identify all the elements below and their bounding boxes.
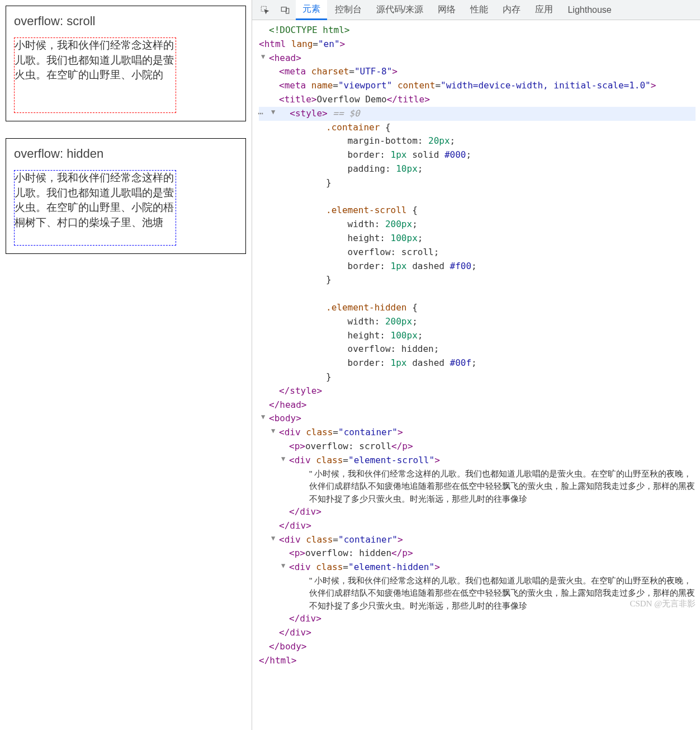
element-scroll-box[interactable]: 小时候，我和伙伴们经常念这样的儿歌。我们也都知道儿歌唱的是萤火虫。在空旷的山野里… bbox=[14, 37, 176, 113]
hidden-label: overflow: hidden bbox=[14, 147, 238, 161]
expand-arrow-icon[interactable]: ▼ bbox=[261, 51, 265, 62]
tab-network[interactable]: 网络 bbox=[431, 1, 462, 19]
expand-arrow-icon[interactable]: ▼ bbox=[271, 533, 275, 544]
devtools-panel: 元素 控制台 源代码/来源 网络 性能 内存 应用 Lighthouse <!D… bbox=[252, 0, 700, 730]
dom-scrolldiv-open[interactable]: ▼<div class="element-scroll"> bbox=[259, 454, 696, 468]
dom-body-close[interactable]: </body> bbox=[259, 640, 696, 654]
tab-memory[interactable]: 内存 bbox=[496, 1, 527, 19]
tab-lighthouse[interactable]: Lighthouse bbox=[561, 2, 618, 18]
dom-scrolldiv-close[interactable]: </div> bbox=[259, 505, 696, 519]
dom-html-close[interactable]: </html> bbox=[259, 654, 696, 668]
rendered-preview: overflow: scroll 小时候，我和伙伴们经常念这样的儿歌。我们也都知… bbox=[0, 0, 252, 730]
css-text[interactable]: .container { margin-bottom: 20px; border… bbox=[259, 121, 696, 384]
expand-arrow-icon[interactable]: ▼ bbox=[271, 107, 275, 117]
tab-elements[interactable]: 元素 bbox=[296, 0, 327, 20]
dom-container1-close[interactable]: </div> bbox=[259, 519, 696, 533]
dom-head-open[interactable]: ▼<head> bbox=[259, 51, 696, 65]
expand-arrow-icon[interactable]: ▼ bbox=[281, 454, 285, 464]
dom-style-open[interactable]: ⋯ ▼<style> == $0 bbox=[259, 107, 696, 121]
dom-text-node-1[interactable]: " 小时候，我和伙伴们经常念这样的儿歌。我们也都知道儿歌唱的是萤火虫。在空旷的山… bbox=[259, 468, 696, 506]
expand-arrow-icon[interactable]: ▼ bbox=[271, 426, 275, 436]
tab-sources[interactable]: 源代码/来源 bbox=[370, 1, 430, 19]
tab-performance[interactable]: 性能 bbox=[463, 1, 495, 19]
expand-arrow-icon[interactable]: ▼ bbox=[281, 561, 285, 571]
dom-hiddendiv-open[interactable]: ▼<div class="element-hidden"> bbox=[259, 561, 696, 574]
element-hidden-box: 小时候，我和伙伴们经常念这样的儿歌。我们也都知道儿歌唱的是萤火虫。在空旷的山野里… bbox=[14, 170, 176, 246]
dom-doctype[interactable]: <!DOCTYPE html> bbox=[259, 23, 696, 37]
dom-hiddendiv-close[interactable]: </div> bbox=[259, 612, 696, 626]
dom-html-open[interactable]: <html lang="en"> bbox=[259, 37, 696, 51]
dom-meta-viewport[interactable]: <meta name="viewport" content="width=dev… bbox=[259, 79, 696, 93]
container-scroll: overflow: scroll 小时候，我和伙伴们经常念这样的儿歌。我们也都知… bbox=[6, 6, 246, 121]
tab-console[interactable]: 控制台 bbox=[328, 1, 368, 19]
dom-container1-open[interactable]: ▼<div class="container"> bbox=[259, 426, 696, 440]
dom-container2-close[interactable]: </div> bbox=[259, 626, 696, 640]
ellipsis-icon[interactable]: ⋯ bbox=[258, 107, 263, 121]
dom-container2-open[interactable]: ▼<div class="container"> bbox=[259, 533, 696, 547]
scroll-label: overflow: scroll bbox=[14, 14, 238, 29]
container-hidden: overflow: hidden 小时候，我和伙伴们经常念这样的儿歌。我们也都知… bbox=[6, 138, 246, 254]
devtools-tabs: 元素 控制台 源代码/来源 网络 性能 内存 应用 Lighthouse bbox=[252, 0, 700, 20]
inspect-icon[interactable] bbox=[256, 3, 275, 17]
dom-p1[interactable]: <p>overflow: scroll</p> bbox=[259, 440, 696, 454]
dom-p2[interactable]: <p>overflow: hidden</p> bbox=[259, 547, 696, 561]
expand-arrow-icon[interactable]: ▼ bbox=[261, 412, 265, 422]
dom-style-close[interactable]: </style> bbox=[259, 384, 696, 398]
dom-meta-charset[interactable]: <meta charset="UTF-8"> bbox=[259, 65, 696, 79]
dom-body-open[interactable]: ▼<body> bbox=[259, 412, 696, 426]
watermark: CSDN @无言非影 bbox=[630, 599, 696, 609]
tab-application[interactable]: 应用 bbox=[528, 1, 560, 19]
dom-head-close[interactable]: </head> bbox=[259, 398, 696, 412]
dom-title[interactable]: <title>Overflow Demo</title> bbox=[259, 93, 696, 107]
dom-tree[interactable]: <!DOCTYPE html> <html lang="en"> ▼<head>… bbox=[252, 20, 700, 730]
device-toggle-icon[interactable] bbox=[276, 3, 295, 17]
svg-rect-1 bbox=[281, 7, 286, 11]
